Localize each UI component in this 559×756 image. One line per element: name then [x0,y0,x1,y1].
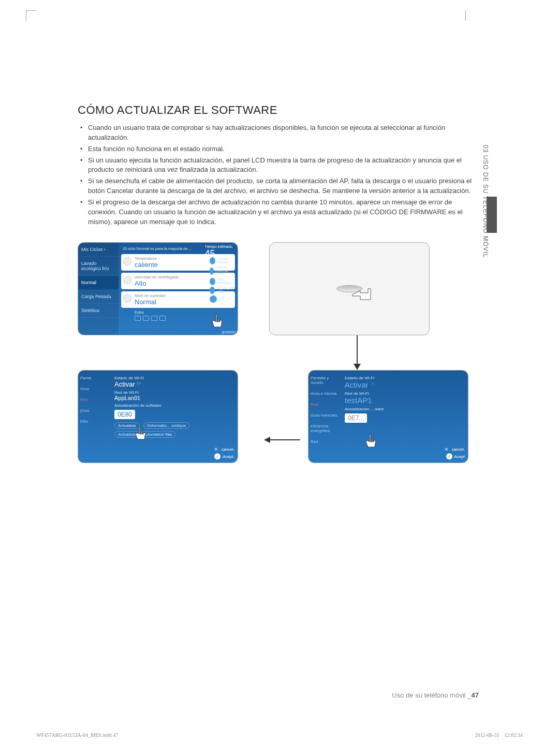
sidebar-item: Eficiencia energética [308,421,341,436]
wifi-net-value: AppLan01 [114,395,233,401]
close-icon: ✕ [213,446,219,452]
light-icon [210,295,217,303]
wifi-icon: ⌔ [137,380,141,388]
chevron-left-icon: ‹ [79,407,82,415]
sidebar-item: Guía manchas [308,410,341,421]
pointing-hand-icon [347,281,378,307]
sidebar-item: Red [78,394,110,405]
cancel-label: cancel. [452,447,465,452]
corner-text: guración [222,330,236,334]
print-filename: WF457ARG-03153A-04_MES.indd 47 [36,732,118,738]
sidebar-item: Mis Ciclos › [78,243,119,257]
pointing-hand-icon [360,432,381,452]
update-label: Actualización de software [114,403,233,408]
figure-settings-network: Pantalla y Sonido Hora e Idioma Red Guía… [308,370,468,463]
close-icon: ✕ [444,446,450,452]
icon-label: Luz [218,298,224,301]
time-label: Tiempo estimado [205,245,232,248]
wifi-net-label: Red de Wi-Fi [114,390,233,395]
remote-icon [210,257,215,264]
sidebar-item: Carga Pesada [78,290,119,304]
print-metadata: WF457ARG-03153A-04_MES.indd 47 2012-08-3… [36,732,523,738]
list-item: Si se desenchufa el cable de alimentació… [78,176,481,196]
list-item: Cuando un usuario trata de comprobar si … [78,123,481,143]
arrow-down-icon [277,335,437,370]
accept-label: Acept [454,454,465,459]
icon-label: Guardar como Mi Ciclos [215,266,236,276]
save-icon [210,268,214,275]
sidebar-item: Red [308,436,341,447]
sidebar-item: Hora [78,383,110,394]
pointing-hand-icon [207,312,227,332]
sidebar-item: Normal [78,276,119,290]
update-version: 0E7... [345,413,367,423]
sidebar-item: Efici [78,416,110,427]
thermometer-icon [123,257,131,265]
side-tab-marker [487,197,497,233]
dialog-buttons: ✕cancel. ✓Acept. [213,445,234,459]
update-label: Actualización ... ware [345,407,464,411]
update-version: 0E80 [114,410,135,419]
page-title: CÓMO ACTUALIZAR EL SOFTWARE [78,103,481,117]
figure-sidebar: Mis Ciclos › Lavado ecológico frío Norma… [78,243,119,335]
soil-icon [123,294,131,303]
print-date: 2012-08-31 [475,732,499,738]
print-time: 12:02:34 [504,732,523,738]
spin-icon [123,276,131,284]
figure-sidebar: Panta Hora Red Guía Efici [78,370,110,463]
accept-label: Acept. [223,454,234,459]
wifi-net-value: testAP1 [345,396,464,405]
pointing-hand-icon [130,424,151,444]
figure-disc-insert [269,242,430,335]
list-item: Si un usuario ejecuta la función actuali… [78,156,481,175]
figure-washer-ui: Mis Ciclos › Lavado ecológico frío Norma… [78,242,238,335]
wifi-icon: ⌔ [371,380,375,389]
figure-right-icons: Control Remoto Guardar como Mi Ciclos In… [210,257,236,304]
icon-label: Inicio retardado [217,278,236,285]
sidebar-item: Red [308,399,341,410]
childlock-icon [210,287,215,294]
dialog-buttons: ✕cancel. ✓Acept [444,445,465,459]
wifi-status-value: Activar ⌔ [114,380,233,388]
figure-sidebar: Pantalla y Sonido Hora e Idioma Red Guía… [308,370,341,463]
wifi-status-value: Activar ⌔ [345,380,464,389]
sidebar-item: Pantalla y Sonido [308,373,341,388]
sidebar-item: Guía [78,405,110,416]
wifi-status-label: Estado de Wi-Fi [114,376,233,380]
sidebar-item: Lavado ecológico frío [78,257,119,276]
sidebar-item: Panta [78,373,110,383]
arrow-left-icon [269,439,300,440]
sidebar-item: Sintética [78,304,119,318]
cancel-label: cancel. [222,447,234,452]
wifi-net-label: Red de Wi-Fi [345,391,464,396]
figure-settings-update: Panta Hora Red Guía Efici ‹ Estado de Wi… [78,370,238,463]
bullet-list: Cuando un usuario trata de comprobar si … [78,123,481,227]
list-item: Esta función no funciona en el estado no… [78,144,481,154]
delay-icon [210,278,215,285]
sidebar-item: Hora e Idioma [308,388,341,399]
icon-label: Seguro para niños [216,287,236,293]
list-item: Si el progreso de la descarga del archiv… [78,198,481,227]
wifi-status-label: Estado de Wi-Fi [345,376,464,380]
page-footer: Uso de su teléfono móvil _47 [392,691,479,699]
icon-label: Control Remoto [217,258,236,264]
check-icon: ✓ [446,453,452,459]
check-icon: ✓ [214,453,220,459]
